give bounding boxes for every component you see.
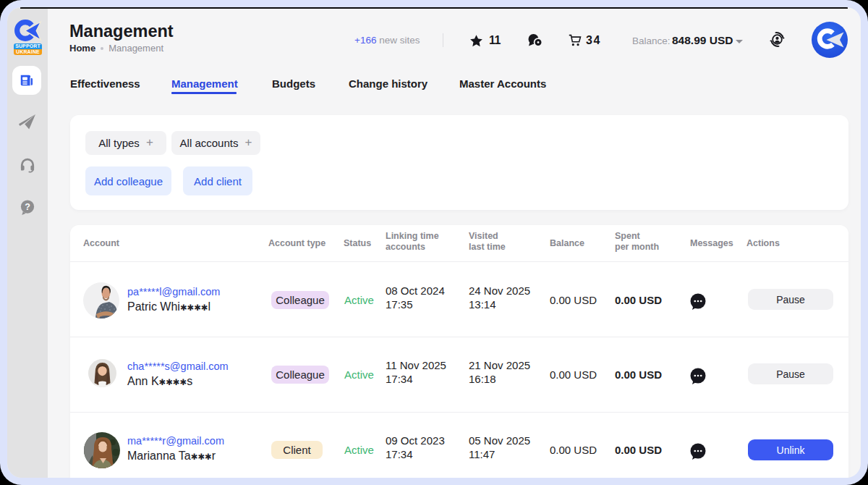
svg-text:?: ?: [25, 202, 30, 212]
